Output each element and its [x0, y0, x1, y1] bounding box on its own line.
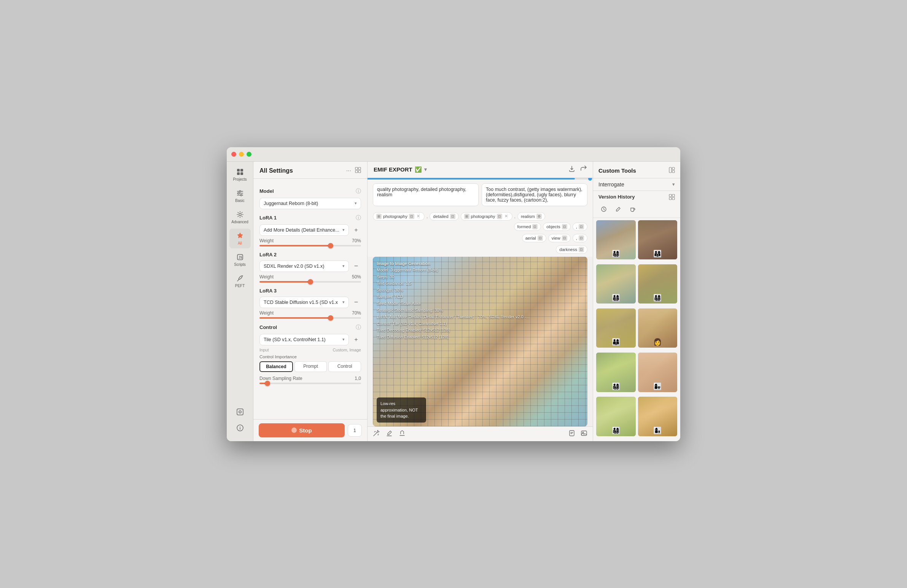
control-add-button[interactable]: +	[351, 335, 361, 344]
sidebar-item-settings[interactable]	[229, 405, 251, 419]
sidebar-item-advanced[interactable]: Advanced	[229, 207, 251, 227]
control-dropdown[interactable]: Tile (SD v1.x, ControlNet 1.1) ▾	[260, 334, 349, 345]
control-input-value: Custom, Image	[333, 348, 361, 352]
lora2-slider-fill	[260, 281, 311, 283]
thumbnail-10[interactable]: 👩‍👦	[638, 397, 678, 436]
history-icon[interactable]	[598, 204, 609, 215]
lora3-dropdown[interactable]: TCD Stable Diffusion v1.5 (SD v1.x ▾	[260, 296, 349, 308]
sidebar-label-basic: Basic	[235, 199, 244, 203]
lora2-dropdown[interactable]: SDXL Render v2.0 (SD v1.x) ▾	[260, 261, 349, 272]
maximize-button[interactable]	[247, 152, 252, 157]
positive-prompt[interactable]: quality photography, detailed photograph…	[373, 183, 479, 206]
lora1-add-button[interactable]: +	[351, 225, 361, 235]
version-history-label: Version History	[598, 194, 635, 200]
lora1-info-icon[interactable]: ⓘ	[356, 215, 361, 221]
magic-wand-icon[interactable]	[373, 430, 380, 438]
sidebar-label-advanced: Advanced	[231, 220, 248, 224]
close-button[interactable]	[231, 152, 236, 157]
lora1-slider-thumb[interactable]	[328, 243, 333, 248]
minimize-button[interactable]	[239, 152, 244, 157]
sidebar-item-basic[interactable]: Basic	[229, 186, 251, 206]
new-file-icon[interactable]	[568, 430, 575, 438]
more-icon[interactable]: ···	[346, 167, 351, 174]
download-icon[interactable]	[568, 165, 575, 174]
version-grid-icon[interactable]	[669, 194, 675, 200]
sidebar-item-projects[interactable]: Projects	[229, 165, 251, 184]
tag-realism[interactable]: realism ⚙	[518, 212, 545, 221]
tag-formed[interactable]: formed ⊡	[514, 223, 542, 231]
thumbnail-7[interactable]: 👨‍👩‍👧‍👦	[596, 352, 636, 392]
coffee-icon[interactable]	[627, 204, 638, 215]
thumbnail-5[interactable]: 👨‍👩‍👦	[596, 308, 636, 348]
thumbnail-6[interactable]: 👩	[638, 308, 678, 348]
tag-comma-neg2[interactable]: , ⊡	[572, 234, 587, 242]
svg-rect-35	[669, 194, 671, 197]
sidebar-item-peft[interactable]: PEFT	[229, 271, 251, 291]
lora2-slider-thumb[interactable]	[308, 279, 313, 285]
down-sample-label: Down Sampling Rate	[260, 376, 303, 381]
lora3-slider[interactable]	[260, 317, 361, 319]
sidebar-item-scripts[interactable]: JS Scripts	[229, 250, 251, 270]
lora1-weight-value: 70%	[352, 238, 361, 244]
thumbnail-3[interactable]: 👨‍👩‍👦‍👦	[596, 264, 636, 304]
thumbnail-2[interactable]: 👨‍👩‍👧	[638, 220, 678, 260]
tag-darkness[interactable]: darkness ⊡	[556, 245, 587, 254]
version-icons	[593, 202, 680, 218]
tag-objects[interactable]: objects ⊡	[543, 223, 570, 231]
negative-prompt[interactable]: Too much contrast, (getty images waterma…	[482, 183, 587, 206]
export-badge: ✅	[415, 166, 422, 173]
thumbnail-1[interactable]: 👨‍👩‍👧‍👦	[596, 220, 636, 260]
tag-action-icon: ⊡	[578, 224, 584, 229]
tag-view[interactable]: view ⊡	[548, 234, 570, 242]
positive-prompt-text: quality photography, detailed photograph…	[377, 187, 466, 197]
settings-header-icons: ···	[346, 167, 361, 175]
lora1-dropdown[interactable]: Add More Details (Detail Enhance... ▾	[260, 224, 349, 236]
interrogate-row[interactable]: Interrogate ▾	[593, 178, 680, 191]
lora2-slider[interactable]	[260, 281, 361, 283]
panel-layout-icon[interactable]	[669, 167, 675, 174]
bucket-icon[interactable]	[399, 430, 405, 438]
lora2-remove-button[interactable]: −	[351, 261, 361, 271]
svg-point-13	[239, 213, 241, 216]
svg-point-7	[238, 192, 239, 194]
queue-badge[interactable]: 1	[348, 424, 362, 437]
thumbnail-4[interactable]: 👨‍👩‍👧‍👦	[638, 264, 678, 304]
tag-photography-2[interactable]: ⊞ photography ⊡ ✕	[461, 212, 513, 221]
share-icon[interactable]	[580, 165, 587, 174]
model-info-icon[interactable]: ⓘ	[356, 188, 361, 195]
layout-icon[interactable]	[355, 167, 361, 175]
importance-control[interactable]: Control	[329, 361, 361, 372]
importance-prompt[interactable]: Prompt	[295, 361, 327, 372]
control-info-icon[interactable]: ⓘ	[356, 324, 361, 331]
svg-rect-0	[237, 169, 240, 171]
tag-comma-1: ,	[426, 214, 428, 219]
control-input-label: Input	[260, 348, 269, 352]
edit-icon[interactable]	[613, 204, 623, 215]
stop-button[interactable]: Stop	[259, 423, 345, 437]
tag-photography-1[interactable]: ⊞ photography ⊡ ✕	[373, 212, 425, 221]
model-dropdown[interactable]: Juggernaut Reborn (8-bit) ▾	[260, 198, 361, 209]
tag-detailed[interactable]: detailed ⊡	[429, 212, 458, 221]
lora3-slider-thumb[interactable]	[328, 315, 333, 320]
lora1-row: Add More Details (Detail Enhance... ▾ +	[260, 224, 361, 236]
tag-comma-neg[interactable]: , ⊡	[572, 223, 587, 231]
sidebar-item-info[interactable]	[229, 421, 251, 435]
lora1-slider[interactable]	[260, 245, 361, 247]
export-title-row[interactable]: EMIF EXPORT ✅ ▾	[373, 166, 427, 173]
tag-close[interactable]: ✕	[504, 214, 509, 219]
control-row: Tile (SD v1.x, ControlNet 1.1) ▾ +	[260, 334, 361, 345]
tag-close[interactable]: ✕	[416, 214, 421, 219]
thumbnail-9[interactable]: 👨‍👩‍👧‍👦	[596, 397, 636, 436]
lora3-remove-button[interactable]: −	[351, 297, 361, 307]
down-sample-slider[interactable]	[260, 383, 361, 384]
sidebar-bottom	[229, 405, 251, 438]
image-upload-icon[interactable]	[580, 430, 587, 438]
tag-aerial[interactable]: aerial ⊡	[522, 234, 546, 242]
importance-balanced[interactable]: Balanced	[260, 361, 293, 372]
sidebar-item-all[interactable]: All	[229, 229, 251, 248]
thumbnail-8[interactable]: 👩‍👧	[638, 352, 678, 392]
down-sample-thumb[interactable]	[265, 381, 270, 386]
gear-icon	[236, 210, 244, 219]
sliders-icon	[236, 189, 244, 197]
eraser-icon[interactable]	[386, 430, 393, 438]
